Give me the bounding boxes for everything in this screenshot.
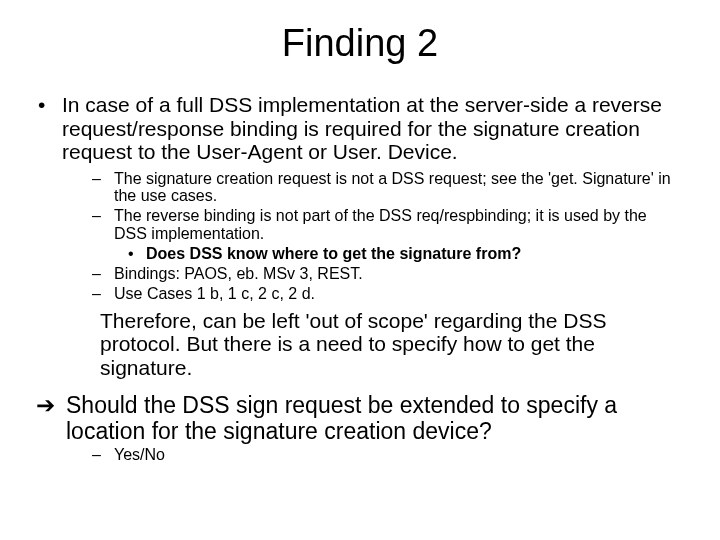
bullet-dash-icon: –: [92, 170, 114, 206]
therefore-text: Therefore, can be left 'out of scope' re…: [72, 309, 684, 380]
bullet-l2-text: Use Cases 1 b, 1 c, 2 c, 2 d.: [114, 285, 684, 303]
bullet-dash-icon: –: [92, 285, 114, 303]
bullet-level2: – Bindings: PAOS, eb. MSv 3, REST.: [36, 265, 684, 283]
slide: Finding 2 • In case of a full DSS implem…: [0, 0, 720, 540]
bullet-l2-text: Bindings: PAOS, eb. MSv 3, REST.: [114, 265, 684, 283]
arrow-bullet: ➔ Should the DSS sign request be extende…: [36, 393, 684, 444]
bullet-level2: – The reverse binding is not part of the…: [36, 207, 684, 243]
bullet-l1-text: In case of a full DSS implementation at …: [62, 93, 684, 164]
bullet-level3: • Does DSS know where to get the signatu…: [36, 245, 684, 263]
bullet-l2-text: The signature creation request is not a …: [114, 170, 684, 206]
arrow-text: Should the DSS sign request be extended …: [66, 393, 684, 444]
slide-title: Finding 2: [36, 22, 684, 65]
bullet-dash-icon: –: [92, 207, 114, 243]
yes-no-text: Yes/No: [114, 446, 684, 464]
bullet-level2: – Use Cases 1 b, 1 c, 2 c, 2 d.: [36, 285, 684, 303]
arrow-right-icon: ➔: [36, 393, 66, 444]
bullet-dash-icon: –: [92, 265, 114, 283]
bullet-level2: – The signature creation request is not …: [36, 170, 684, 206]
bullet-l3-text: Does DSS know where to get the signature…: [146, 245, 684, 263]
bullet-dot-icon: •: [36, 93, 62, 164]
bullet-l2-text: The reverse binding is not part of the D…: [114, 207, 684, 243]
bullet-level1: • In case of a full DSS implementation a…: [36, 93, 684, 164]
bullet-dot-icon: •: [128, 245, 146, 263]
bullet-dash-icon: –: [92, 446, 114, 464]
bullet-level2: – Yes/No: [36, 446, 684, 464]
